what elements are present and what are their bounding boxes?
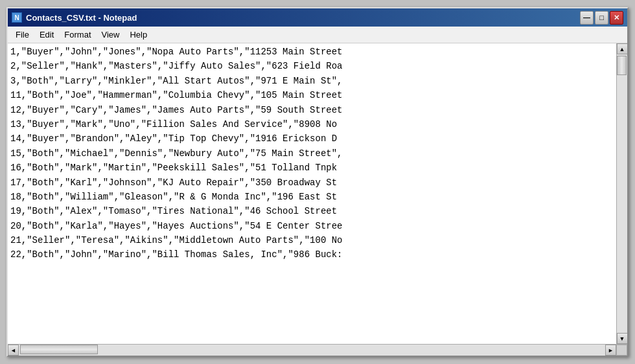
horizontal-scrollbar[interactable]: ◄ ► xyxy=(8,345,627,356)
scroll-left-button[interactable]: ◄ xyxy=(8,345,19,356)
menu-edit[interactable]: Edit xyxy=(34,28,59,41)
maximize-button[interactable]: □ xyxy=(595,11,608,25)
vertical-scrollbar[interactable]: ▲ ▼ xyxy=(616,43,627,344)
bottom-area: ◄ ► xyxy=(8,344,627,356)
close-button[interactable]: ✕ xyxy=(610,11,623,25)
menu-bar: File Edit Format View Help xyxy=(8,27,627,43)
menu-help[interactable]: Help xyxy=(124,28,152,41)
notepad-icon: N xyxy=(12,12,22,23)
window-title: Contacts_CSV.txt - Notepad xyxy=(26,13,137,23)
scroll-track-vertical[interactable] xyxy=(617,54,627,333)
content-scrollbar-container: 1,"Buyer","John","Jones","Nopa Auto Part… xyxy=(8,43,627,344)
scroll-thumb-vertical[interactable] xyxy=(617,56,627,75)
menu-format[interactable]: Format xyxy=(59,28,96,41)
title-bar: N Contacts_CSV.txt - Notepad — □ ✕ xyxy=(8,8,627,27)
window-controls: — □ ✕ xyxy=(580,11,623,25)
scroll-corner xyxy=(616,345,627,356)
scroll-thumb-horizontal[interactable] xyxy=(20,345,98,354)
scroll-up-button[interactable]: ▲ xyxy=(617,43,628,54)
title-bar-left: N Contacts_CSV.txt - Notepad xyxy=(12,12,137,23)
scroll-down-button[interactable]: ▼ xyxy=(617,333,628,344)
text-editor[interactable]: 1,"Buyer","John","Jones","Nopa Auto Part… xyxy=(8,43,616,344)
menu-file[interactable]: File xyxy=(10,28,34,41)
notepad-window: N Contacts_CSV.txt - Notepad — □ ✕ File … xyxy=(6,7,629,357)
menu-view[interactable]: View xyxy=(97,28,125,41)
scroll-right-button[interactable]: ► xyxy=(605,345,616,356)
scroll-track-horizontal[interactable] xyxy=(19,345,605,356)
minimize-button[interactable]: — xyxy=(580,11,594,25)
